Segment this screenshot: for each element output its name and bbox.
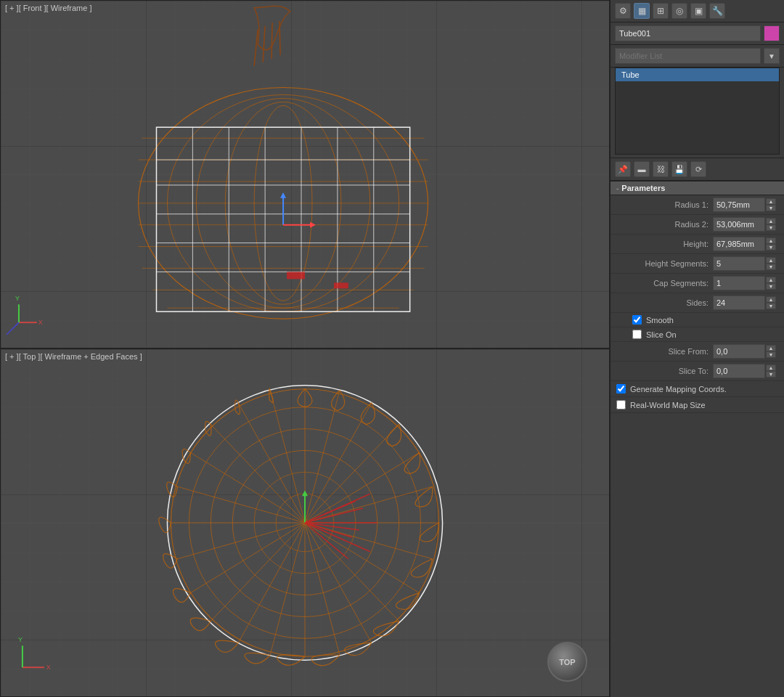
motion-icon[interactable]: ◎ [671, 3, 687, 19]
slice-on-label[interactable]: Slice On [646, 330, 677, 339]
height-label: Height: [616, 240, 713, 248]
sides-label: Sides: [616, 298, 713, 307]
gen-map-checkbox[interactable] [616, 384, 626, 394]
sides-down[interactable]: ▼ [766, 303, 776, 309]
slice-from-up[interactable]: ▲ [766, 345, 776, 351]
svg-rect-32 [287, 272, 305, 279]
params-header[interactable]: - Parameters [611, 181, 784, 195]
radius2-input[interactable] [713, 217, 765, 232]
disk-icon[interactable]: 💾 [671, 161, 687, 177]
radius1-input[interactable] [713, 197, 765, 212]
slice-from-down[interactable]: ▼ [766, 351, 776, 358]
radius1-row: Radius 1: ▲ ▼ [611, 195, 784, 215]
top-orientation-button[interactable]: TOP [547, 642, 587, 682]
radius2-up[interactable]: ▲ [766, 218, 776, 224]
viewport-front[interactable]: [ + ][ Front ][ Wireframe ] [0, 0, 610, 348]
radius1-down[interactable]: ▼ [766, 205, 776, 211]
radius1-input-wrap: ▲ ▼ [713, 197, 778, 212]
sides-up[interactable]: ▲ [766, 296, 776, 303]
svg-text:Y: Y [18, 636, 23, 643]
slice-to-label: Slice To: [616, 367, 713, 375]
height-segments-input[interactable] [713, 256, 765, 271]
slice-from-spinner: ▲ ▼ [766, 345, 776, 358]
height-segments-label: Height Segments: [616, 259, 713, 268]
sides-row: Sides: ▲ ▼ [611, 293, 784, 313]
slice-to-up[interactable]: ▲ [766, 364, 776, 371]
svg-text:Y: Y [15, 295, 20, 302]
hierarchy-icon[interactable]: ⊞ [653, 3, 669, 19]
viewport-top-label: [ + ][ Top ][ Wireframe + Edged Faces ] [5, 352, 142, 361]
svg-marker-73 [302, 490, 308, 496]
radius1-spinner: ▲ ▼ [766, 198, 776, 211]
cap-segments-up[interactable]: ▲ [766, 277, 776, 283]
sides-input-wrap: ▲ ▼ [713, 295, 778, 310]
real-world-checkbox[interactable] [616, 400, 626, 409]
svg-line-67 [177, 486, 305, 523]
svg-marker-29 [280, 192, 286, 198]
sides-input[interactable] [713, 295, 765, 310]
height-segments-up[interactable]: ▲ [766, 257, 776, 264]
slice-from-input-wrap: ▲ ▼ [713, 344, 778, 359]
real-world-label[interactable]: Real-World Map Size [630, 401, 706, 409]
smooth-label[interactable]: Smooth [646, 316, 674, 325]
slice-from-input[interactable] [713, 344, 765, 359]
cap-segments-down[interactable]: ▼ [766, 283, 776, 290]
svg-line-53 [305, 486, 433, 523]
params-section: - Parameters Radius 1: ▲ ▼ Radius 2: ▲ ▼ [611, 181, 784, 697]
svg-marker-31 [310, 222, 316, 228]
slice-to-down[interactable]: ▼ [766, 371, 776, 378]
viewport-top[interactable]: [ + ][ Top ][ Wireframe + Edged Faces ] … [0, 348, 610, 697]
svg-line-70 [238, 403, 305, 523]
radius2-input-wrap: ▲ ▼ [713, 217, 778, 232]
height-segments-row: Height Segments: ▲ ▼ [611, 254, 784, 274]
height-down[interactable]: ▼ [766, 244, 776, 250]
height-up[interactable]: ▲ [766, 237, 776, 244]
slice-to-input[interactable] [713, 364, 765, 378]
viewport-front-label: [ + ][ Front ][ Wireframe ] [5, 4, 92, 12]
cap-segments-label: Cap Segments: [616, 279, 713, 288]
svg-line-58 [305, 523, 372, 643]
smooth-checkbox[interactable] [632, 315, 642, 325]
height-segments-input-wrap: ▲ ▼ [713, 256, 778, 271]
modifier-stack-item[interactable]: Tube [616, 68, 779, 82]
sides-spinner: ▲ ▼ [766, 296, 776, 309]
modifier-list-dropdown[interactable]: ▼ [764, 48, 780, 64]
pin-icon[interactable]: 📌 [615, 161, 631, 177]
svg-line-38 [7, 322, 19, 335]
list-icon[interactable]: ▬ [634, 161, 650, 177]
radius2-spinner: ▲ ▼ [766, 218, 776, 231]
modifier-list-row: ▼ [611, 45, 784, 68]
svg-line-62 [238, 523, 305, 643]
viewports-container: [ + ][ Front ][ Wireframe ] [0, 0, 610, 697]
reset-icon[interactable]: ⟳ [690, 161, 706, 177]
real-world-row: Real-World Map Size [611, 397, 784, 413]
radius2-row: Radius 2: ▲ ▼ [611, 215, 784, 235]
collapse-icon: - [616, 184, 618, 192]
radius2-down[interactable]: ▼ [766, 224, 776, 231]
height-segments-spinner: ▲ ▼ [766, 257, 776, 270]
cap-segments-spinner: ▲ ▼ [766, 277, 776, 290]
gen-map-row: Generate Mapping Coords. [611, 381, 784, 397]
link-icon[interactable]: ⛓ [653, 161, 669, 177]
height-spinner: ▲ ▼ [766, 237, 776, 250]
modifier-list-input[interactable] [615, 48, 761, 64]
modifier-stack[interactable]: Tube [615, 68, 780, 155]
slice-from-row: Slice From: ▲ ▼ [611, 342, 784, 362]
slice-on-checkbox[interactable] [632, 330, 642, 339]
radius1-up[interactable]: ▲ [766, 198, 776, 205]
gen-map-label[interactable]: Generate Mapping Coords. [630, 385, 727, 394]
height-segments-down[interactable]: ▼ [766, 264, 776, 270]
object-name-input[interactable] [615, 25, 761, 41]
object-color-swatch[interactable] [764, 25, 780, 41]
cap-segments-input[interactable] [713, 276, 765, 290]
height-input[interactable] [713, 237, 765, 251]
modify-icon[interactable]: ▦ [634, 3, 650, 19]
right-panel: ⚙ ▦ ⊞ ◎ ▣ 🔧 ▼ Tube 📌 ▬ ⛓ 💾 ⟳ - Parameter… [610, 0, 784, 697]
slice-on-row: Slice On [611, 327, 784, 342]
gear-icon[interactable]: ⚙ [615, 3, 631, 19]
radius2-label: Radius 2: [616, 220, 713, 229]
utilities-icon[interactable]: 🔧 [709, 3, 725, 19]
slice-to-spinner: ▲ ▼ [766, 364, 776, 378]
sub-toolbar: 📌 ▬ ⛓ 💾 ⟳ [611, 158, 784, 181]
display-icon[interactable]: ▣ [690, 3, 706, 19]
